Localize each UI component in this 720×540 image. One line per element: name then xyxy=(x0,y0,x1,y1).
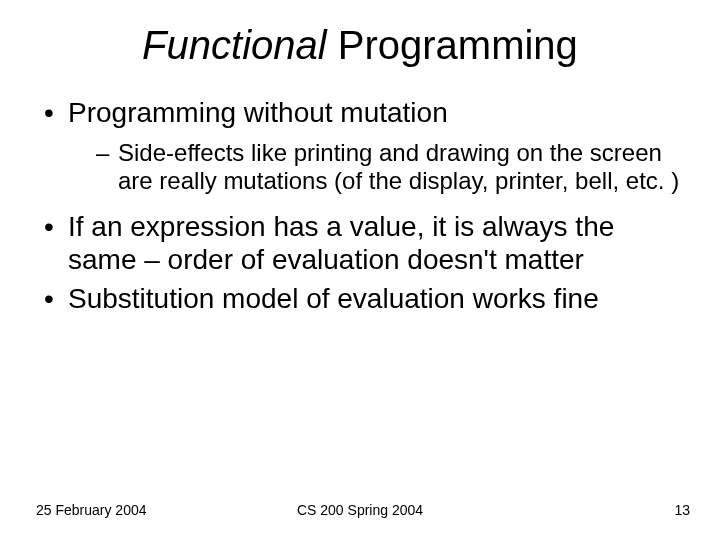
bullet-2: If an expression has a value, it is alwa… xyxy=(40,210,685,276)
slide-footer: 25 February 2004 CS 200 Spring 2004 13 xyxy=(0,502,720,518)
slide-content: Programming without mutation Side-effect… xyxy=(30,96,690,315)
bullet-3: Substitution model of evaluation works f… xyxy=(40,282,685,315)
sub-bullet-1-text: Side-effects like printing and drawing o… xyxy=(118,139,679,194)
bullet-2-text: If an expression has a value, it is alwa… xyxy=(68,211,614,275)
sub-bullet-list: Side-effects like printing and drawing o… xyxy=(68,139,685,196)
title-rest: Programming xyxy=(327,23,578,67)
bullet-1: Programming without mutation Side-effect… xyxy=(40,96,685,196)
title-italic: Functional xyxy=(142,23,327,67)
footer-date: 25 February 2004 xyxy=(36,502,147,518)
sub-bullet-1: Side-effects like printing and drawing o… xyxy=(96,139,685,196)
slide-title: Functional Programming xyxy=(30,23,690,68)
bullet-list: Programming without mutation Side-effect… xyxy=(40,96,685,315)
slide: Functional Programming Programming witho… xyxy=(0,0,720,540)
bullet-3-text: Substitution model of evaluation works f… xyxy=(68,283,599,314)
footer-page: 13 xyxy=(674,502,690,518)
bullet-1-text: Programming without mutation xyxy=(68,97,448,128)
footer-course: CS 200 Spring 2004 xyxy=(297,502,423,518)
